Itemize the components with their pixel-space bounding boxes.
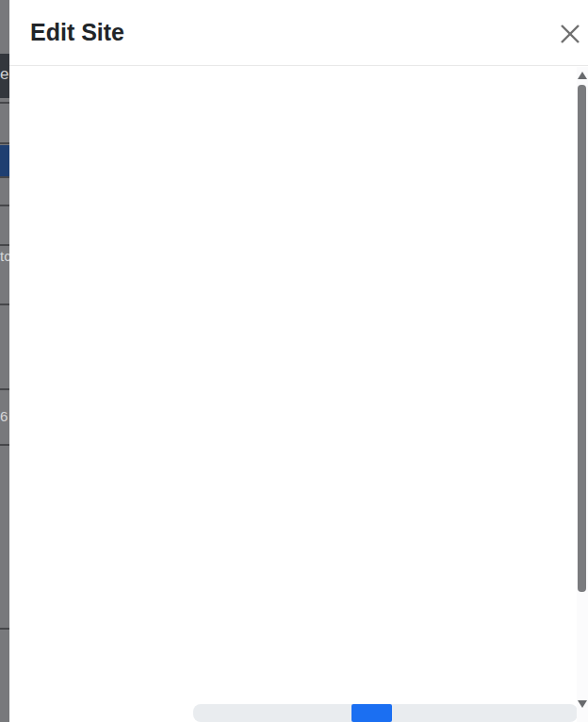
background-row-divider xyxy=(0,142,9,144)
background-text-fragment: 6 xyxy=(0,408,8,424)
active-page-button[interactable] xyxy=(351,704,392,722)
scrollbar-thumb[interactable] xyxy=(578,85,586,592)
background-row-divider xyxy=(0,444,9,446)
background-row-divider xyxy=(0,102,9,104)
dialog-scrollbar[interactable] xyxy=(577,67,588,722)
background-page-strip: e tc 6 xyxy=(0,0,9,722)
edit-site-dialog: Edit Site xyxy=(9,0,588,722)
background-row-divider xyxy=(0,176,9,178)
close-button[interactable] xyxy=(558,22,582,46)
dialog-header: Edit Site xyxy=(9,0,588,66)
pagination-bar[interactable] xyxy=(193,704,578,722)
background-row-divider xyxy=(0,244,9,246)
scrollbar-down-icon[interactable] xyxy=(578,700,587,708)
screen: e tc 6 Edit Site xyxy=(0,0,588,722)
scrollbar-up-icon[interactable] xyxy=(578,72,587,79)
dialog-title: Edit Site xyxy=(30,19,124,46)
background-text-fragment: tc xyxy=(0,248,9,264)
background-row-divider xyxy=(0,205,9,206)
background-text-fragment: e xyxy=(0,65,8,84)
background-row-divider xyxy=(0,388,9,390)
close-icon xyxy=(558,35,582,49)
background-selected-row xyxy=(0,145,9,176)
background-row-divider xyxy=(0,628,9,630)
background-row-divider xyxy=(0,304,9,305)
